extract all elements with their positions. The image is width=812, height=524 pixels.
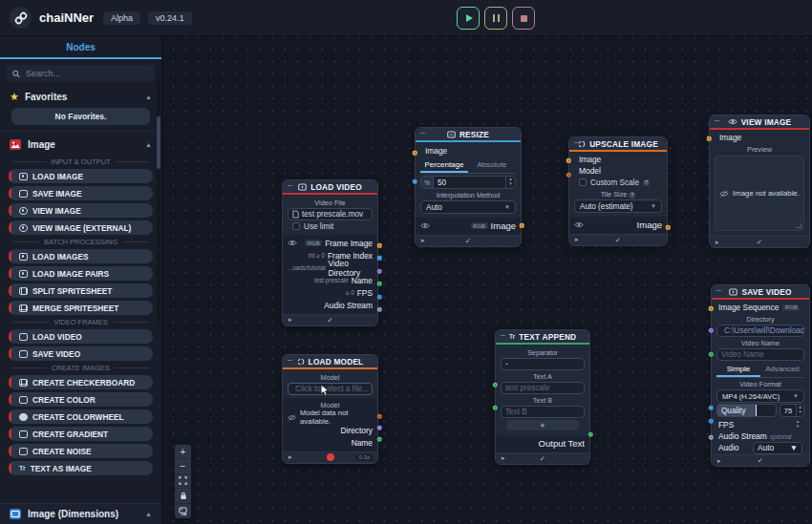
sidebar-item-view-image[interactable]: VIEW IMAGE: [9, 203, 153, 218]
resize-grip[interactable]: [797, 223, 801, 228]
load-video-fps-out[interactable]: [377, 295, 382, 300]
sidebar-item-save-image[interactable]: SAVE IMAGE: [9, 186, 153, 200]
load-model-model-out[interactable]: [377, 414, 382, 419]
sidebar-item-create-colorwheel[interactable]: CREATE COLORWHEEL: [9, 409, 153, 424]
checkbox[interactable]: [292, 222, 300, 230]
category-image-header[interactable]: Image ▲: [0, 135, 161, 155]
save-video-quality-in[interactable]: [709, 406, 714, 410]
sidebar-scrollbar[interactable]: [157, 78, 160, 326]
export-image-button[interactable]: [175, 504, 191, 518]
fps-input-row[interactable]: FPS ▲▼: [716, 418, 804, 430]
collapse-node-icon[interactable]: –: [716, 285, 721, 295]
node-view-image[interactable]: – VIEW IMAGE Image Preview Image not ava…: [709, 115, 810, 248]
sidebar-item-create-color[interactable]: CREATE COLOR: [9, 392, 153, 407]
zoom-in-button[interactable]: +: [175, 445, 191, 459]
node-load-video[interactable]: – LOAD VIDEO Video File test prescale.mo…: [282, 179, 378, 326]
collapse-node-icon[interactable]: –: [420, 128, 425, 137]
tab-simple[interactable]: Simple: [716, 362, 760, 377]
separator-input[interactable]: -: [501, 358, 585, 370]
node-upscale-image[interactable]: – UPSCALE IMAGE Image Model Custom Scale…: [568, 136, 668, 246]
sidebar-item-load-video[interactable]: LOAD VIDEO: [9, 329, 153, 344]
stop-button[interactable]: [512, 7, 535, 30]
load-video-video-directory-out[interactable]: [377, 269, 382, 274]
text-append-output-text-out[interactable]: [588, 432, 593, 437]
chevron-up-icon[interactable]: ▲: [145, 141, 152, 148]
sidebar-item-load-image-pairs[interactable]: LOAD IMAGE PAIRS: [9, 266, 153, 281]
scrollbar-thumb[interactable]: [157, 116, 160, 169]
node-run-icon[interactable]: ▸: [717, 457, 721, 465]
search-input[interactable]: [26, 69, 149, 78]
info-icon[interactable]: ?: [629, 192, 635, 199]
sidebar-item-save-video[interactable]: SAVE VIDEO: [9, 346, 153, 361]
save-video-video-name-in[interactable]: [709, 352, 714, 357]
chevron-up-icon[interactable]: ▲: [145, 511, 152, 517]
collapse-node-icon[interactable]: –: [715, 115, 719, 125]
lock-button[interactable]: [175, 489, 191, 503]
load-model-name-out[interactable]: [377, 437, 382, 442]
collapse-node-icon[interactable]: –: [574, 137, 579, 147]
node-run-icon[interactable]: ▸: [502, 454, 505, 462]
load-video-frame-image-out[interactable]: [377, 243, 382, 248]
node-resize[interactable]: – RESIZE Image Percentage Absolute % 50 …: [415, 127, 522, 247]
node-header[interactable]: – Tr TEXT APPEND: [496, 330, 589, 345]
upscale-image-out[interactable]: [666, 225, 671, 230]
save-video-image-sequence-in[interactable]: [709, 306, 714, 311]
tab-percentage[interactable]: Percentage: [420, 157, 468, 173]
stepper[interactable]: ▲▼: [793, 420, 802, 429]
quality-value-input[interactable]: 75 ▲▼: [780, 404, 804, 417]
save-video-directory-in[interactable]: [709, 328, 714, 333]
tab-advanced[interactable]: Advanced: [760, 362, 804, 377]
node-text-append[interactable]: – Tr TEXT APPEND Separator - Text A test…: [495, 329, 590, 465]
tile-size-dropdown[interactable]: Auto (estimate) ▼: [574, 199, 662, 213]
sidebar-item-create-noise[interactable]: CREATE NOISE: [9, 444, 153, 458]
node-header[interactable]: – LOAD MODEL: [283, 355, 377, 369]
load-video-frame-index-out[interactable]: [377, 256, 382, 261]
load-video-audio-stream-out[interactable]: [377, 307, 382, 312]
node-header[interactable]: – SAVE VIDEO: [712, 285, 809, 300]
node-header[interactable]: – LOAD VIDEO: [283, 180, 377, 195]
stepper[interactable]: ▲▼: [796, 405, 803, 416]
tab-absolute[interactable]: Absolute: [468, 157, 516, 173]
node-run-icon[interactable]: ▸: [716, 239, 719, 246]
node-run-icon[interactable]: ▸: [288, 453, 292, 461]
sidebar-item-create-gradient[interactable]: CREATE GRADIENT: [9, 427, 153, 441]
favorites-header[interactable]: ★ Favorites ▲: [0, 86, 161, 106]
stepper[interactable]: ▲▼: [505, 177, 515, 188]
view-image-image-in[interactable]: [707, 136, 712, 141]
load-model-directory-out[interactable]: [377, 426, 382, 430]
video-file-input[interactable]: test prescale.mov: [288, 208, 373, 220]
add-input-button[interactable]: +: [506, 420, 579, 430]
preview-eye-icon[interactable]: [420, 222, 430, 229]
sidebar-item-view-image-external[interactable]: VIEW IMAGE (EXTERNAL): [9, 220, 153, 235]
zoom-out-button[interactable]: −: [175, 459, 191, 473]
quality-slider[interactable]: Quality: [716, 404, 777, 417]
resize-image-out[interactable]: [520, 223, 524, 228]
collapse-node-icon[interactable]: –: [288, 355, 292, 365]
use-limit-checkbox[interactable]: Use limit: [288, 220, 373, 232]
fit-view-button[interactable]: [175, 474, 191, 489]
collapse-node-icon[interactable]: –: [501, 330, 505, 340]
preview-eye-icon[interactable]: [574, 221, 584, 228]
upscale-model-in[interactable]: [566, 173, 571, 178]
load-video-name-out[interactable]: [377, 282, 382, 286]
node-header[interactable]: – UPSCALE IMAGE: [569, 137, 667, 152]
node-load-model[interactable]: – LOAD MODEL Model Click to select a fil…: [282, 354, 378, 464]
audio-dropdown[interactable]: Auto ▼: [753, 442, 802, 454]
category-image-dimensions-header[interactable]: Image (Dimensions) ▲: [0, 504, 161, 524]
sidebar-item-load-image[interactable]: LOAD IMAGE: [9, 169, 153, 183]
node-save-video[interactable]: – SAVE VIDEO Image Sequence RGB Director…: [711, 284, 810, 467]
percent-number-input[interactable]: % 50 ▲▼: [420, 176, 516, 189]
pause-button[interactable]: [484, 7, 507, 30]
run-button[interactable]: [457, 7, 480, 30]
upscale-image-in[interactable]: [566, 158, 571, 163]
node-run-icon[interactable]: ▸: [421, 237, 425, 244]
save-video-audio-stream-in[interactable]: [709, 435, 714, 440]
collapse-node-icon[interactable]: –: [288, 180, 292, 190]
info-icon[interactable]: ?: [643, 179, 650, 186]
resize-percent-in[interactable]: [413, 179, 417, 184]
text-a-input[interactable]: test prescale: [501, 382, 585, 394]
sidebar-item-merge-spritesheet[interactable]: MERGE SPRITESHEET: [9, 301, 153, 315]
node-search[interactable]: [7, 65, 155, 82]
video-name-input[interactable]: Video Name: [716, 348, 804, 361]
sidebar-item-split-spritesheet[interactable]: SPLIT SPRITESHEET: [9, 283, 153, 298]
